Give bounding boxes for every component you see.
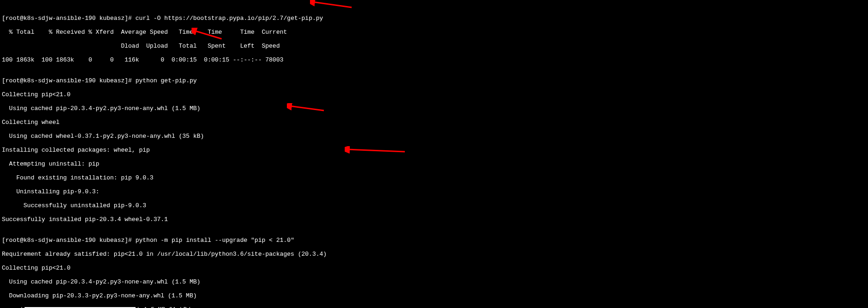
output-line: Downloading pip-20.3.3-py2.py3-none-any.…: [2, 292, 866, 299]
prompt-line: [root@k8s-sdjw-ansible-190 kubeasz]# pyt…: [2, 77, 866, 84]
output-line: Found existing installation: pip 9.0.3: [2, 174, 866, 181]
output-line: Collecting pip<21.0: [2, 91, 866, 98]
output-line: Successfully installed pip-20.3.4 wheel-…: [2, 216, 866, 223]
terminal[interactable]: [root@k8s-sdjw-ansible-190 kubeasz]# cur…: [0, 0, 868, 308]
command-upgrade-pip: python -m pip install --upgrade "pip < 2…: [136, 237, 294, 244]
output-line: Installing collected packages: wheel, pi…: [2, 147, 866, 154]
output-line: Using cached pip-20.3.4-py2.py3-none-any…: [2, 105, 866, 112]
output-line: Requirement already satisfied: pip<21.0 …: [2, 251, 866, 258]
output-line: Using cached pip-20.3.4-py2.py3-none-any…: [2, 278, 866, 285]
command-curl: curl -O https://bootstrap.pypa.io/pip/2.…: [136, 15, 323, 22]
shell-prompt: [root@k8s-sdjw-ansible-190 kubeasz]#: [2, 15, 132, 22]
curl-header-1: % Total % Received % Xferd Average Speed…: [2, 29, 866, 36]
output-line: Attempting uninstall: pip: [2, 160, 866, 167]
prompt-line: [root@k8s-sdjw-ansible-190 kubeasz]# pyt…: [2, 237, 866, 244]
curl-progress-row: 100 1863k 100 1863k 0 0 116k 0 0:00:15 0…: [2, 56, 866, 63]
progress-prefix: |: [2, 306, 24, 308]
output-line: Successfully uninstalled pip-9.0.3: [2, 202, 866, 209]
annotation-arrow-icon: [310, 0, 354, 9]
progress-suffix: | 1.5 MB 61 kB/s: [136, 306, 194, 308]
output-line: Collecting pip<21.0: [2, 265, 866, 271]
output-line: Collecting wheel: [2, 119, 866, 126]
svg-line-0: [312, 2, 352, 7]
prompt-line: [root@k8s-sdjw-ansible-190 kubeasz]# cur…: [2, 15, 866, 22]
curl-header-2: Dload Upload Total Spent Left Speed: [2, 43, 866, 49]
output-line: Uninstalling pip-9.0.3:: [2, 188, 866, 195]
shell-prompt: [root@k8s-sdjw-ansible-190 kubeasz]#: [2, 77, 132, 84]
command-getpip: python get-pip.py: [136, 77, 197, 84]
output-line: Using cached wheel-0.37.1-py2.py3-none-a…: [2, 133, 866, 140]
progress-line: || 1.5 MB 61 kB/s: [2, 306, 866, 308]
shell-prompt: [root@k8s-sdjw-ansible-190 kubeasz]#: [2, 237, 132, 244]
